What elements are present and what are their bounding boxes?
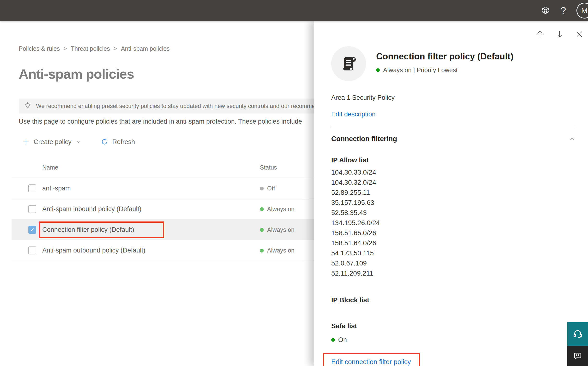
policy-name[interactable]: Anti-spam inbound policy (Default) bbox=[42, 205, 141, 213]
help-button[interactable]: ? bbox=[554, 0, 572, 21]
panel-header: Connection filter policy (Default) Alway… bbox=[331, 46, 573, 81]
gear-icon bbox=[541, 6, 550, 15]
table-header: Name Status bbox=[12, 157, 320, 178]
status-dot bbox=[260, 249, 264, 252]
table-row[interactable]: anti-spam Off bbox=[12, 178, 320, 199]
edit-connection-filter-policy-link[interactable]: Edit connection filter policy bbox=[331, 358, 411, 366]
policy-name[interactable]: Connection filter policy (Default) bbox=[42, 226, 134, 234]
policies-table: Name Status anti-spam Off bbox=[12, 157, 320, 261]
column-header-name[interactable]: Name bbox=[42, 164, 260, 171]
breadcrumb-anti-spam-policies: Anti-spam policies bbox=[121, 45, 170, 52]
edit-description-link[interactable]: Edit description bbox=[331, 111, 376, 118]
corner-buttons bbox=[567, 322, 588, 366]
ip-block-list-title: IP Block list bbox=[331, 296, 573, 304]
ip-address: 52.58.35.43 bbox=[331, 208, 573, 218]
policy-description: Area 1 Security Policy bbox=[331, 94, 573, 101]
refresh-button[interactable]: Refresh bbox=[100, 138, 135, 146]
lightbulb-icon bbox=[23, 102, 32, 110]
next-item-button[interactable] bbox=[553, 28, 566, 40]
column-header-status[interactable]: Status bbox=[260, 164, 277, 171]
help-icon: ? bbox=[561, 5, 566, 16]
scroll-icon bbox=[339, 54, 358, 73]
safe-list-title: Safe list bbox=[331, 322, 573, 330]
feedback-button[interactable] bbox=[567, 346, 588, 366]
breadcrumb-threat-policies[interactable]: Threat policies bbox=[71, 45, 110, 52]
status-dot bbox=[260, 187, 264, 191]
settings-button[interactable] bbox=[537, 0, 554, 21]
status-dot bbox=[376, 68, 380, 72]
plus-icon bbox=[22, 138, 30, 146]
connection-filtering-section-header[interactable]: Connection filtering bbox=[331, 135, 576, 143]
close-icon bbox=[575, 30, 583, 38]
name-cell: Anti-spam outbound policy (Default) bbox=[42, 243, 260, 259]
edit-link-highlight-box: Edit connection filter policy bbox=[323, 353, 420, 366]
ip-address: 134.195.26.0/24 bbox=[331, 218, 573, 228]
create-policy-label: Create policy bbox=[34, 138, 72, 146]
refresh-icon bbox=[100, 138, 109, 146]
policy-name[interactable]: anti-spam bbox=[42, 185, 71, 192]
status-dot bbox=[331, 338, 335, 342]
status-text: Always on bbox=[267, 247, 294, 254]
ip-address: 158.51.64.0/26 bbox=[331, 238, 573, 248]
top-bar: ? M bbox=[0, 0, 588, 21]
feedback-chat-icon bbox=[573, 351, 583, 361]
row-checkbox[interactable] bbox=[28, 226, 36, 234]
avatar-initial: M bbox=[581, 6, 588, 15]
ip-address: 52.11.209.211 bbox=[331, 268, 573, 278]
ip-address: 54.173.50.115 bbox=[331, 248, 573, 258]
status-cell: Always on bbox=[260, 247, 294, 254]
table-row[interactable]: Connection filter policy (Default) Alway… bbox=[12, 220, 320, 240]
policy-icon-circle bbox=[331, 46, 366, 81]
arrow-up-icon bbox=[536, 30, 544, 38]
table-row[interactable]: Anti-spam inbound policy (Default) Alway… bbox=[12, 199, 320, 220]
name-highlight-box: anti-spam bbox=[39, 181, 74, 197]
panel-controls bbox=[534, 28, 586, 40]
create-policy-button[interactable]: Create policy bbox=[22, 138, 82, 146]
support-button[interactable] bbox=[567, 322, 588, 346]
status-cell: Always on bbox=[260, 206, 294, 213]
status-dot bbox=[260, 228, 264, 232]
status-cell: Always on bbox=[260, 226, 294, 233]
safe-list-status: On bbox=[331, 336, 573, 344]
ip-allow-list: 104.30.33.0/24104.30.32.0/2452.89.255.11… bbox=[331, 167, 573, 278]
panel-status: Always on | Priority Lowest bbox=[376, 66, 513, 74]
table-row[interactable]: Anti-spam outbound policy (Default) Alwa… bbox=[12, 240, 320, 261]
status-text: Always on bbox=[267, 226, 294, 233]
policy-name[interactable]: Anti-spam outbound policy (Default) bbox=[42, 247, 145, 254]
ip-allow-list-title: IP Allow list bbox=[331, 156, 573, 164]
ip-address: 158.51.65.0/26 bbox=[331, 228, 573, 238]
breadcrumb-policies-rules[interactable]: Policies & rules bbox=[19, 45, 60, 52]
name-cell: Connection filter policy (Default) bbox=[42, 221, 260, 238]
row-checkbox[interactable] bbox=[28, 184, 36, 192]
chevron-right-icon: > bbox=[114, 45, 117, 52]
chevron-up-icon[interactable] bbox=[569, 135, 576, 143]
ip-address: 52.89.255.11 bbox=[331, 188, 573, 198]
name-cell: anti-spam bbox=[42, 181, 260, 197]
account-avatar[interactable]: M bbox=[576, 3, 588, 18]
panel-title: Connection filter policy (Default) bbox=[376, 52, 513, 61]
table-body: anti-spam Off Anti-spam inbound policy (… bbox=[12, 178, 320, 261]
name-highlight-box: Anti-spam inbound policy (Default) bbox=[39, 201, 145, 217]
chevron-right-icon: > bbox=[64, 45, 67, 52]
ip-address: 104.30.32.0/24 bbox=[331, 177, 573, 188]
status-text: Always on bbox=[267, 206, 294, 213]
ip-address: 104.30.33.0/24 bbox=[331, 167, 573, 177]
divider bbox=[331, 127, 576, 127]
name-cell: Anti-spam inbound policy (Default) bbox=[42, 201, 260, 217]
panel-status-text: Always on | Priority Lowest bbox=[383, 66, 458, 74]
section-title: Connection filtering bbox=[331, 135, 397, 143]
previous-item-button[interactable] bbox=[534, 28, 546, 40]
close-panel-button[interactable] bbox=[573, 28, 586, 40]
banner-text: We recommend enabling preset security po… bbox=[36, 103, 315, 109]
headset-icon bbox=[572, 329, 583, 339]
row-checkbox[interactable] bbox=[28, 246, 36, 254]
name-highlight-box: Anti-spam outbound policy (Default) bbox=[39, 243, 149, 259]
status-dot bbox=[260, 207, 264, 211]
safe-list-status-text: On bbox=[338, 336, 347, 344]
status-cell: Off bbox=[260, 185, 275, 192]
ip-address: 35.157.195.63 bbox=[331, 198, 573, 208]
status-text: Off bbox=[267, 185, 275, 192]
ip-address: 52.0.67.109 bbox=[331, 258, 573, 268]
name-highlight-box: Connection filter policy (Default) bbox=[39, 221, 164, 238]
row-checkbox[interactable] bbox=[28, 205, 36, 213]
